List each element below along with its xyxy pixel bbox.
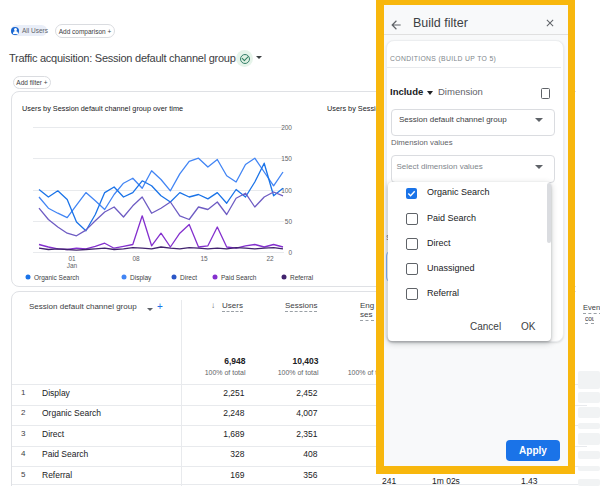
svg-text:0: 0 (288, 249, 292, 256)
svg-text:22: 22 (266, 255, 274, 262)
svg-text:200: 200 (281, 124, 292, 131)
svg-text:Referral: Referral (290, 274, 314, 281)
svg-text:Paid Search: Paid Search (221, 274, 257, 281)
svg-text:15: 15 (200, 255, 208, 262)
svg-text:01: 01 (68, 255, 76, 262)
svg-text:Jan: Jan (67, 262, 78, 269)
svg-text:50: 50 (285, 218, 293, 225)
svg-text:150: 150 (281, 155, 292, 162)
svg-text:08: 08 (132, 255, 140, 262)
svg-text:Direct: Direct (180, 274, 197, 281)
svg-text:Organic Search: Organic Search (34, 274, 80, 282)
svg-text:Display: Display (130, 274, 152, 282)
